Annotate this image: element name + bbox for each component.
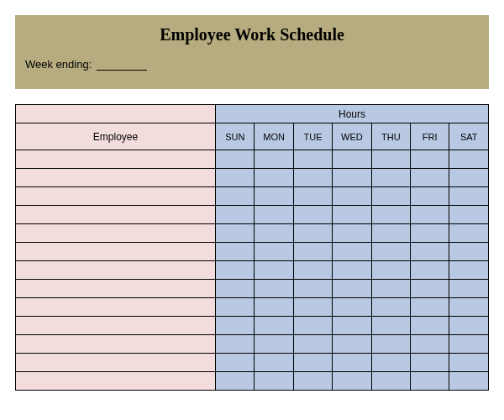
hours-cell[interactable]	[411, 335, 449, 354]
hours-cell[interactable]	[411, 243, 449, 261]
hours-cell[interactable]	[293, 243, 332, 261]
hours-cell[interactable]	[333, 169, 371, 187]
hours-cell[interactable]	[333, 298, 371, 317]
hours-cell[interactable]	[216, 224, 255, 243]
hours-cell[interactable]	[255, 317, 293, 335]
employee-cell[interactable]	[16, 169, 216, 187]
hours-cell[interactable]	[371, 372, 410, 391]
hours-cell[interactable]	[411, 354, 449, 372]
hours-cell[interactable]	[449, 187, 489, 206]
hours-cell[interactable]	[449, 206, 489, 224]
employee-cell[interactable]	[16, 150, 216, 169]
hours-cell[interactable]	[371, 150, 410, 169]
employee-cell[interactable]	[16, 261, 216, 280]
hours-cell[interactable]	[449, 354, 489, 372]
hours-cell[interactable]	[216, 150, 255, 169]
hours-cell[interactable]	[411, 206, 449, 224]
hours-cell[interactable]	[216, 169, 255, 187]
hours-cell[interactable]	[255, 354, 293, 372]
hours-cell[interactable]	[411, 280, 449, 298]
employee-cell[interactable]	[16, 280, 216, 298]
hours-cell[interactable]	[293, 280, 332, 298]
employee-cell[interactable]	[16, 298, 216, 317]
hours-cell[interactable]	[411, 261, 449, 280]
hours-cell[interactable]	[371, 261, 410, 280]
hours-cell[interactable]	[293, 317, 332, 335]
hours-cell[interactable]	[293, 372, 332, 391]
hours-cell[interactable]	[216, 372, 255, 391]
hours-cell[interactable]	[293, 187, 332, 206]
employee-cell[interactable]	[16, 372, 216, 391]
hours-cell[interactable]	[216, 187, 255, 206]
hours-cell[interactable]	[371, 224, 410, 243]
hours-cell[interactable]	[333, 354, 371, 372]
hours-cell[interactable]	[293, 335, 332, 354]
hours-cell[interactable]	[216, 261, 255, 280]
employee-cell[interactable]	[16, 224, 216, 243]
hours-cell[interactable]	[216, 280, 255, 298]
hours-cell[interactable]	[411, 298, 449, 317]
hours-cell[interactable]	[333, 280, 371, 298]
hours-cell[interactable]	[255, 280, 293, 298]
hours-cell[interactable]	[216, 206, 255, 224]
hours-cell[interactable]	[255, 298, 293, 317]
hours-cell[interactable]	[333, 335, 371, 354]
hours-cell[interactable]	[371, 335, 410, 354]
hours-cell[interactable]	[255, 243, 293, 261]
hours-cell[interactable]	[333, 187, 371, 206]
hours-cell[interactable]	[449, 317, 489, 335]
hours-cell[interactable]	[371, 317, 410, 335]
hours-cell[interactable]	[216, 317, 255, 335]
hours-cell[interactable]	[293, 206, 332, 224]
hours-cell[interactable]	[216, 243, 255, 261]
hours-cell[interactable]	[449, 298, 489, 317]
hours-cell[interactable]	[449, 243, 489, 261]
hours-cell[interactable]	[255, 169, 293, 187]
hours-cell[interactable]	[333, 243, 371, 261]
hours-cell[interactable]	[255, 150, 293, 169]
hours-cell[interactable]	[411, 224, 449, 243]
hours-cell[interactable]	[449, 169, 489, 187]
employee-cell[interactable]	[16, 206, 216, 224]
hours-cell[interactable]	[255, 224, 293, 243]
hours-cell[interactable]	[333, 206, 371, 224]
hours-cell[interactable]	[293, 261, 332, 280]
hours-cell[interactable]	[449, 280, 489, 298]
hours-cell[interactable]	[333, 224, 371, 243]
employee-cell[interactable]	[16, 243, 216, 261]
hours-cell[interactable]	[293, 169, 332, 187]
hours-cell[interactable]	[371, 243, 410, 261]
hours-cell[interactable]	[449, 224, 489, 243]
hours-cell[interactable]	[293, 298, 332, 317]
hours-cell[interactable]	[293, 354, 332, 372]
hours-cell[interactable]	[371, 169, 410, 187]
hours-cell[interactable]	[371, 206, 410, 224]
hours-cell[interactable]	[216, 354, 255, 372]
hours-cell[interactable]	[449, 335, 489, 354]
hours-cell[interactable]	[411, 169, 449, 187]
hours-cell[interactable]	[333, 261, 371, 280]
hours-cell[interactable]	[293, 224, 332, 243]
hours-cell[interactable]	[255, 187, 293, 206]
hours-cell[interactable]	[449, 150, 489, 169]
hours-cell[interactable]	[216, 335, 255, 354]
hours-cell[interactable]	[411, 150, 449, 169]
hours-cell[interactable]	[371, 354, 410, 372]
hours-cell[interactable]	[255, 335, 293, 354]
hours-cell[interactable]	[411, 187, 449, 206]
employee-cell[interactable]	[16, 187, 216, 206]
employee-cell[interactable]	[16, 317, 216, 335]
week-ending-input-line[interactable]	[97, 70, 147, 71]
hours-cell[interactable]	[333, 317, 371, 335]
hours-cell[interactable]	[371, 298, 410, 317]
hours-cell[interactable]	[371, 187, 410, 206]
hours-cell[interactable]	[449, 372, 489, 391]
hours-cell[interactable]	[371, 280, 410, 298]
hours-cell[interactable]	[293, 150, 332, 169]
hours-cell[interactable]	[255, 206, 293, 224]
hours-cell[interactable]	[449, 261, 489, 280]
employee-cell[interactable]	[16, 335, 216, 354]
hours-cell[interactable]	[255, 261, 293, 280]
hours-cell[interactable]	[411, 372, 449, 391]
hours-cell[interactable]	[255, 372, 293, 391]
